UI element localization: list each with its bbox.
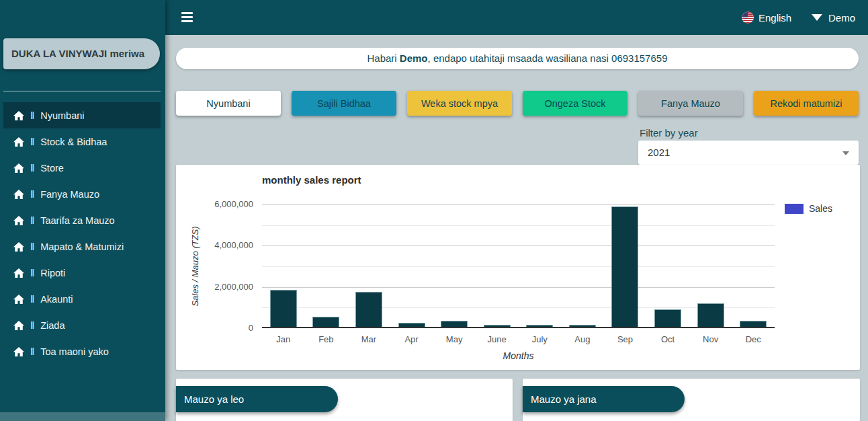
chart-gridline: [262, 266, 775, 267]
grip-lines-icon: ‖: [30, 346, 34, 357]
chart-title: monthly sales report: [262, 174, 361, 186]
action-button-weka-stock-mpya[interactable]: Weka stock mpya: [407, 91, 512, 116]
bar-mar: [355, 292, 382, 327]
y-tick-label: 4,000,000: [176, 240, 253, 250]
legend-label: Sales: [809, 203, 832, 214]
user-label: Demo: [828, 12, 855, 24]
sidebar-item-fanya-mauzo[interactable]: ‖ Fanya Mauzo: [3, 181, 161, 207]
sidebar-item-label: Store: [40, 163, 64, 174]
home-icon: [13, 321, 24, 330]
greeting-user: Demo: [400, 52, 428, 64]
year-filter-select[interactable]: 2021: [638, 141, 859, 165]
action-button-label: Weka stock mpya: [421, 98, 498, 109]
sidebar-item-nyumbani[interactable]: ‖ Nyumbani: [3, 102, 161, 128]
sidebar-item-ripoti[interactable]: ‖ Ripoti: [3, 260, 161, 286]
sidebar-item-toa-maoni-yako[interactable]: ‖ Toa maoni yako: [3, 338, 161, 365]
dropdown-caret-icon: [842, 151, 849, 155]
bar-july: [526, 325, 553, 327]
x-tick-label: Nov: [689, 334, 732, 344]
bar-feb: [312, 317, 339, 327]
greeting-banner: Habari Demo, endapo utahitaji msaada was…: [176, 48, 859, 69]
sidebar-item-label: Ripoti: [40, 268, 65, 278]
x-tick-label: June: [476, 334, 519, 344]
chart-legend[interactable]: Sales: [785, 203, 832, 214]
grip-lines-icon: ‖: [30, 267, 34, 278]
grip-lines-icon: ‖: [30, 162, 34, 174]
grip-lines-icon: ‖: [30, 319, 34, 331]
bar-apr: [398, 323, 425, 327]
home-icon: [13, 137, 24, 147]
chart-gridline: [262, 245, 775, 246]
sidebar-item-taarifa-za-mauzo[interactable]: ‖ Taarifa za Mauzo: [3, 207, 161, 233]
sales-yesterday-card: Mauzo ya jana: [523, 379, 860, 421]
language-label: English: [758, 12, 791, 24]
greeting-suffix: , endapo utahitaji msaada wasiliana nasi…: [428, 52, 668, 64]
sidebar-item-label: Taarifa za Mauzo: [40, 215, 114, 226]
x-tick-label: Aug: [561, 334, 604, 344]
sidebar-item-akaunti[interactable]: ‖ Akaunti: [3, 286, 161, 312]
sidebar-item-ziada[interactable]: ‖ Ziada: [3, 312, 161, 338]
action-button-rekodi-matumizi[interactable]: Rekodi matumizi: [754, 91, 859, 116]
legend-swatch: [785, 204, 804, 214]
grip-lines-icon: ‖: [30, 215, 34, 226]
home-icon: [13, 347, 24, 356]
y-tick-label: 2,000,000: [176, 282, 253, 292]
sidebar-item-label: Nyumbani: [40, 110, 84, 121]
x-tick-label: Dec: [732, 334, 775, 344]
chart-xticks: JanFebMarAprMayJuneJulyAugSepOctNovDec: [262, 334, 775, 345]
x-tick-label: Sep: [604, 334, 647, 344]
y-tick-label: 0: [176, 323, 253, 333]
sidebar-item-store[interactable]: ‖ Store: [3, 155, 161, 181]
bar-jan: [270, 290, 297, 327]
year-filter-label: Filter by year: [640, 127, 698, 139]
caret-down-icon: [812, 14, 822, 21]
home-icon: [13, 190, 24, 199]
menu-icon[interactable]: [181, 12, 193, 22]
sidebar-item-label: Akaunti: [40, 294, 73, 305]
bar-oct: [654, 309, 681, 327]
y-tick-label: 6,000,000: [176, 199, 253, 209]
home-icon: [13, 111, 24, 120]
sidebar-item-stock-bidhaa[interactable]: ‖ Stock & Bidhaa: [3, 128, 161, 155]
chart-plot: [262, 204, 775, 328]
topbar: English Demo: [165, 0, 868, 35]
bar-sep: [611, 206, 638, 327]
action-button-fanya-mauzo[interactable]: Fanya Mauzo: [638, 91, 743, 116]
user-menu[interactable]: Demo: [812, 0, 855, 35]
action-button-label: Rekodi matumizi: [770, 98, 842, 109]
bar-dec: [740, 321, 767, 327]
greeting-prefix: Habari: [367, 52, 397, 64]
sidebar-item-label: Ziada: [40, 320, 64, 331]
chart-gridline: [262, 225, 775, 226]
grip-lines-icon: ‖: [30, 110, 34, 121]
home-icon: [13, 163, 24, 173]
sidebar-item-label: Toa maoni yako: [40, 346, 109, 357]
x-tick-label: July: [519, 334, 562, 344]
us-flag-icon: [742, 11, 754, 24]
sidebar-item-mapato-matumizi[interactable]: ‖ Mapato & Matumizi: [3, 233, 161, 260]
sales-today-title: Mauzo ya leo: [176, 386, 338, 412]
action-button-label: Ongeza Stock: [544, 98, 605, 109]
x-axis-title: Months: [262, 350, 775, 361]
action-button-label: Sajili Bidhaa: [317, 98, 371, 109]
shop-name: DUKA LA VINYWAJI meriwa: [3, 38, 160, 69]
sidebar-footer-strip: [0, 412, 165, 421]
action-button-label: Fanya Mauzo: [661, 98, 720, 109]
action-button-nyumbani[interactable]: Nyumbani: [176, 91, 281, 116]
bar-june: [484, 325, 511, 327]
sidebar-item-label: Stock & Bidhaa: [40, 137, 107, 147]
bar-aug: [569, 325, 596, 327]
home-icon: [13, 295, 24, 304]
language-switcher[interactable]: English: [742, 0, 791, 35]
sales-chart-card: monthly sales report Sales Sales / Mauzo…: [176, 165, 860, 370]
grip-lines-icon: ‖: [30, 241, 34, 252]
home-icon: [13, 216, 24, 225]
action-button-label: Nyumbani: [206, 98, 250, 109]
chart-gridline: [262, 204, 775, 205]
sales-yesterday-title: Mauzo ya jana: [523, 386, 685, 412]
year-filter-value: 2021: [648, 147, 670, 158]
sidebar-item-label: Fanya Mauzo: [40, 189, 99, 200]
sidebar-menu: ‖ Nyumbani ‖ Stock & Bidhaa ‖ Store ‖: [0, 102, 165, 365]
action-button-sajili-bidhaa[interactable]: Sajili Bidhaa: [292, 91, 396, 116]
action-button-ongeza-stock[interactable]: Ongeza Stock: [523, 91, 627, 116]
